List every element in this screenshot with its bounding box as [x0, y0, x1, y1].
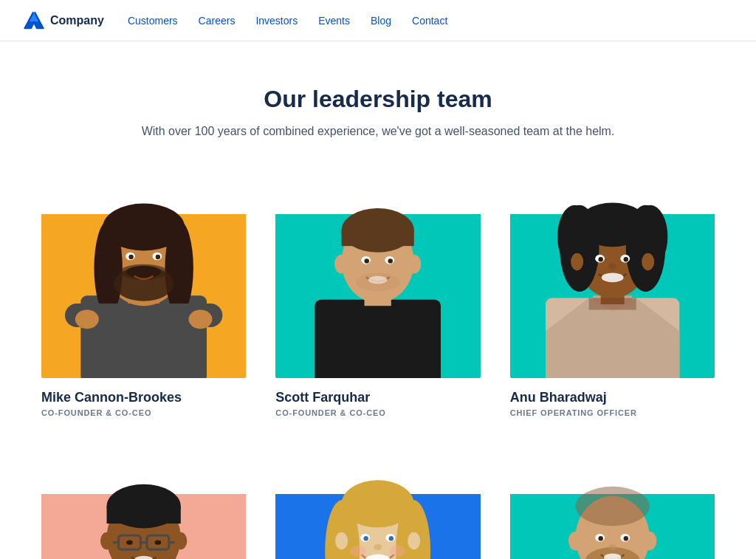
svg-point-5 — [103, 204, 185, 251]
team-member: Scott Farquhar CO-FOUNDER & CO-CEO — [275, 174, 480, 417]
svg-point-74 — [408, 532, 421, 549]
svg-point-65 — [174, 532, 187, 549]
team-member: Mike Cannon-Brookes CO-FOUNDER & CO-CEO — [41, 174, 246, 417]
nav-blog[interactable]: Blog — [371, 15, 391, 27]
member-title-mike: CO-FOUNDER & CO-CEO — [41, 408, 246, 417]
svg-point-23 — [334, 255, 348, 274]
member-photo-p5 — [275, 453, 480, 559]
person-illustration-scott — [275, 174, 480, 378]
svg-point-73 — [335, 532, 348, 549]
member-name-anu: Anu Bharadwaj — [510, 390, 715, 405]
logo-link[interactable]: Company — [24, 10, 104, 31]
svg-point-28 — [388, 258, 393, 263]
svg-point-47 — [623, 257, 628, 261]
svg-rect-15 — [89, 314, 199, 334]
logo-icon — [24, 10, 44, 31]
svg-point-81 — [351, 546, 366, 557]
svg-rect-18 — [315, 300, 441, 379]
member-photo-p6 — [510, 453, 715, 559]
person-illustration-p6 — [510, 453, 715, 559]
team-member: – – — [510, 453, 715, 559]
team-member: – – — [275, 453, 480, 559]
page-subtitle: With over 100 years of combined experien… — [41, 125, 715, 138]
svg-point-87 — [575, 487, 649, 526]
nav-contact[interactable]: Contact — [412, 15, 447, 27]
svg-point-30 — [356, 272, 400, 292]
navbar: Company Customers Careers Investors Even… — [0, 0, 756, 41]
svg-point-78 — [389, 536, 394, 541]
team-member: Anu Bharadwaj CHIEF OPERATING OFFICER — [510, 174, 715, 417]
member-name-mike: Mike Cannon-Brookes — [41, 390, 246, 405]
svg-point-39 — [577, 202, 647, 247]
member-title-scott: CO-FOUNDER & CO-CEO — [275, 408, 480, 417]
member-photo-scott — [275, 174, 480, 378]
svg-rect-55 — [107, 507, 181, 524]
nav-customers[interactable]: Customers — [128, 15, 178, 27]
svg-point-43 — [642, 253, 654, 270]
member-name-scott: Scott Farquhar — [275, 390, 480, 405]
svg-point-89 — [642, 532, 656, 551]
svg-point-24 — [407, 255, 421, 274]
member-title-anu: CHIEF OPERATING OFFICER — [510, 408, 715, 417]
svg-point-82 — [390, 546, 405, 557]
svg-point-61 — [126, 541, 133, 545]
svg-point-8 — [128, 255, 133, 259]
nav-events[interactable]: Events — [318, 15, 350, 27]
main-content: Our leadership team With over 100 years … — [24, 41, 732, 559]
svg-point-80 — [374, 544, 382, 551]
svg-point-64 — [100, 532, 113, 549]
svg-point-88 — [568, 532, 583, 551]
svg-point-77 — [364, 536, 368, 541]
svg-point-49 — [608, 264, 616, 270]
svg-rect-72 — [342, 504, 414, 524]
member-photo-anu — [510, 174, 715, 378]
person-illustration-anu — [510, 174, 715, 378]
svg-point-48 — [601, 272, 623, 282]
svg-point-27 — [365, 258, 369, 263]
svg-point-93 — [623, 536, 628, 541]
nav-investors[interactable]: Investors — [255, 15, 298, 27]
svg-point-46 — [598, 257, 602, 261]
person-illustration-mike — [41, 174, 246, 378]
svg-point-17 — [188, 310, 212, 329]
person-illustration-p5 — [275, 453, 480, 559]
svg-point-42 — [571, 253, 583, 270]
svg-point-12 — [126, 266, 161, 278]
svg-rect-22 — [342, 230, 414, 246]
svg-point-16 — [75, 310, 99, 329]
svg-rect-50 — [588, 298, 636, 310]
svg-point-62 — [155, 541, 162, 545]
nav-links: Customers Careers Investors Events Blog … — [128, 14, 447, 27]
svg-point-92 — [598, 536, 602, 541]
page-title: Our leadership team — [41, 86, 715, 113]
svg-point-9 — [156, 255, 160, 259]
member-photo-p4 — [41, 453, 246, 559]
member-photo-mike — [41, 174, 246, 378]
svg-point-96 — [608, 544, 616, 551]
team-member: – – — [41, 453, 246, 559]
team-grid: Mike Cannon-Brookes CO-FOUNDER & CO-CEO — [41, 174, 715, 559]
nav-careers[interactable]: Careers — [199, 15, 236, 27]
logo-text: Company — [50, 14, 104, 27]
person-illustration-p4 — [41, 453, 246, 559]
